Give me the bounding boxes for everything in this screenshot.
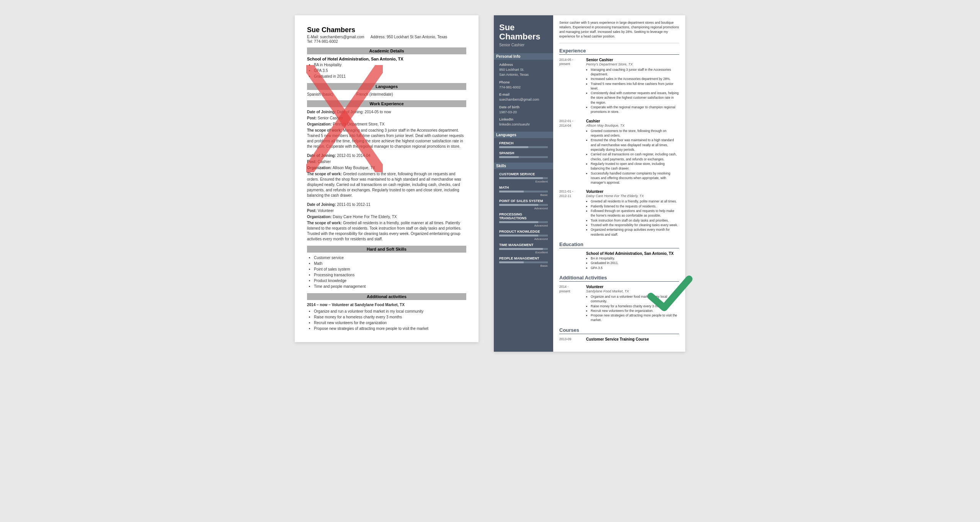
skill-pm-bar-bg — [499, 261, 548, 263]
right-resume: Sue Chambers Senior Cashier Personal Inf… — [494, 15, 685, 352]
exp-entry-3: 2011-01 -2012-11 Volunteer Daisy Care Ho… — [559, 189, 679, 237]
skill-math-bar-fill — [499, 191, 524, 192]
course-entry: 2013-09 Customer Service Training Course — [559, 337, 679, 342]
skill-pt-bar-bg — [499, 221, 548, 223]
languages-row: Spanish (basic) French (intermediate) — [307, 92, 466, 96]
experience-title: Experience — [559, 48, 679, 55]
exp-bullet: Greeted all residents in a friendly, pol… — [591, 199, 679, 204]
exp-title-2: Cashier — [586, 119, 679, 123]
left-resume: Sue Chambers E-Mail: suechambers@gmail.c… — [295, 15, 479, 342]
skill-pos-label: Advanced — [499, 207, 548, 210]
email-value: suechambers@gmail.com — [499, 97, 548, 102]
skill-math-bar-bg — [499, 191, 548, 192]
skill-pos-bar-bg — [499, 204, 548, 206]
skill-pt-bar-fill — [499, 221, 538, 223]
right-title: Senior Cashier — [499, 43, 548, 47]
academic-school: School of Hotel Administration, San Anto… — [307, 57, 466, 61]
exp-date-3: 2011-01 -2012-11 — [559, 189, 582, 237]
skill-item: Time and people management — [314, 284, 466, 289]
exp-bullet: Ensured the shop floor was maintained to… — [591, 138, 679, 152]
personal-info-title: Personal Info — [494, 53, 553, 60]
work-org-1: Organization: Penny's Department Store, … — [307, 122, 466, 127]
summary-text: Senior cashier with 5 years experience i… — [559, 21, 679, 43]
edu-school: School of Hotel Administration, San Anto… — [586, 251, 679, 256]
left-email: E-Mail: suechambers@gmail.com — [307, 35, 364, 39]
work-post-1: Post: Senior Cashier — [307, 116, 466, 121]
edu-item: BA in Hospitality. — [591, 256, 679, 261]
activity-item: Propose new strategies of attracting mor… — [314, 326, 466, 331]
skill-item: Product knowledge — [314, 278, 466, 284]
work-org-3: Organization: Daisy Care Home For The El… — [307, 214, 466, 220]
exp-company-3: Daisy Care Home For The Elderly, TX — [586, 194, 679, 198]
phone-label: Phone — [499, 80, 548, 84]
exp-bullet: Cooperate with the regional manager to c… — [591, 105, 679, 114]
education-entry: School of Hotel Administration, San Anto… — [559, 251, 679, 270]
skill-pk-name: PRODUCT KNOWLEDGE — [499, 230, 548, 233]
exp-bullet: Increased sales in the Accessories depar… — [591, 77, 679, 81]
act-details: Volunteer Sandylane Food Market, TX Orga… — [586, 285, 679, 323]
act-bullets: Organize and run a volunteer food market… — [591, 294, 679, 323]
french-bar-bg — [499, 146, 548, 148]
left-name: Sue Chambers — [307, 26, 466, 34]
skill-pk-bar-fill — [499, 235, 538, 237]
skill-pk-bar-bg — [499, 235, 548, 237]
academic-item: Graduated in 2011 — [314, 73, 466, 79]
skill-cs-bar-bg — [499, 177, 548, 179]
exp-bullet: Patiently listened to the requests of re… — [591, 204, 679, 209]
act-bullet: Organize and run a volunteer food market… — [591, 294, 679, 304]
skill-pos-bar-fill — [499, 204, 538, 206]
act-date: 2014 -present — [559, 285, 582, 323]
work-scope-1: The scope of work: Managing and coaching… — [307, 128, 466, 149]
skill-math-label: Basic — [499, 193, 548, 197]
address-value: 950 Lockhart St.San Antonio, Texas — [499, 67, 548, 77]
academic-item: BA in Hospitality — [314, 62, 466, 68]
skill-pk-label: Advanced — [499, 237, 548, 241]
exp-bullets-1: Managing and coaching 3 junior staff in … — [591, 67, 679, 114]
skill-item: Point of sales system — [314, 266, 466, 272]
exp-date-1: 2014-05 -present — [559, 58, 582, 114]
work-post-3: Post: Volunteer — [307, 208, 466, 214]
skill-tm-bar-fill — [499, 248, 543, 250]
skill-tm-name: TIME MANAGEMENT — [499, 243, 548, 247]
activity-item: Recruit new volunteers for the organizat… — [314, 320, 466, 326]
exp-bullet: Trusted with the responsibility for clea… — [591, 223, 679, 227]
french-bar-fill — [499, 146, 528, 148]
activities-right-title: Additional Activities — [559, 275, 679, 282]
exp-bullet: Regularly trusted to open and close stor… — [591, 161, 679, 171]
exp-bullets-3: Greeted all residents in a friendly, pol… — [591, 199, 679, 237]
exp-bullet: Carried out all transactions on cash reg… — [591, 152, 679, 161]
exp-bullets-2: Greeted customers to the store, followin… — [591, 129, 679, 185]
exp-bullet: Organized entertaining group activities … — [591, 227, 679, 237]
exp-title-3: Volunteer — [586, 189, 679, 194]
skill-pt-label: Advanced — [499, 224, 548, 227]
course-name: Customer Service Training Course — [586, 337, 679, 341]
act-title: Volunteer — [586, 285, 679, 289]
act-bullet: Propose new strategies of attracting mor… — [591, 313, 679, 323]
course-date: 2013-09 — [559, 337, 582, 342]
skills-header: Hard and Soft Skills — [307, 246, 466, 253]
exp-bullet: Followed through on questions and reques… — [591, 209, 679, 218]
work-scope-3: The scope of work: Greeted all residents… — [307, 220, 466, 242]
work-header: Work Experience — [307, 100, 466, 107]
phone-value: 774-981-6002 — [499, 85, 548, 90]
exp-entry-1: 2014-05 -present Senior Cashier Penny's … — [559, 58, 679, 114]
activities-header: Additional activities — [307, 293, 466, 300]
courses-title: Courses — [559, 327, 679, 334]
work-joining-1: Date of Joining: Date of Joining: 2014-0… — [307, 109, 466, 115]
academic-list: BA in Hospitality GPA 3.5 Graduated in 2… — [314, 62, 466, 79]
exp-company-2: Allison May Boutique, TX — [586, 124, 679, 127]
exp-details-3: Volunteer Daisy Care Home For The Elderl… — [586, 189, 679, 237]
academic-item: GPA 3.5 — [314, 68, 466, 73]
spanish-bar-bg — [499, 156, 548, 158]
act-company: Sandylane Food Market, TX — [586, 289, 679, 293]
exp-details-1: Senior Cashier Penny's Department Store,… — [586, 58, 679, 114]
resume-sidebar: Sue Chambers Senior Cashier Personal Inf… — [494, 15, 553, 352]
skill-item: Processing transactions — [314, 272, 466, 278]
dob-label: Date of birth — [499, 105, 548, 109]
lang-spanish-label: SPANISH — [499, 151, 548, 155]
skills-sidebar-title: Skills — [494, 163, 553, 169]
work-joining-3: Date of Joining: 2011-01 to 2012-11 — [307, 202, 466, 207]
activities-entry: 2014 – now – Volunteer at Sandylane Food… — [307, 302, 466, 308]
skills-list: Customer service Math Point of sales sys… — [314, 255, 466, 289]
skill-pm-bar-fill — [499, 261, 524, 263]
